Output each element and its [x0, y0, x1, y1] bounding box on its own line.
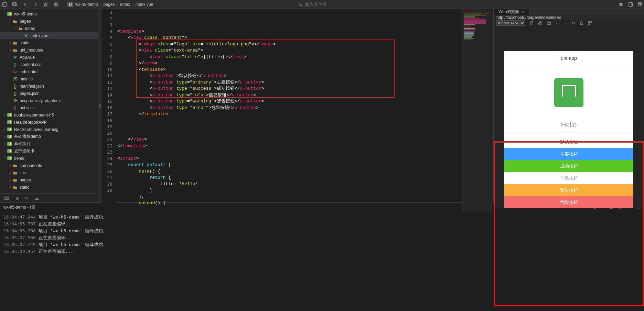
- folder-item[interactable]: ›pages: [0, 176, 98, 184]
- settings-icon[interactable]: [619, 2, 623, 7]
- project-item[interactable]: ›U基础项目: [0, 140, 98, 147]
- cloud-icon[interactable]: ☁: [35, 196, 39, 201]
- file-item[interactable]: {}iconfont.css: [0, 61, 98, 68]
- rotate-icon[interactable]: [529, 21, 534, 25]
- twisty-icon: ›: [8, 185, 12, 190]
- svg-rect-24: [591, 21, 592, 22]
- item-label: RedScarfLovesLearning: [14, 127, 96, 132]
- item-label: pages.json: [20, 91, 96, 96]
- refresh-icon[interactable]: ↻: [572, 21, 575, 25]
- breadcrumb-item[interactable]: pages: [104, 2, 115, 7]
- qrcode-icon[interactable]: [588, 21, 592, 25]
- chevron-right-icon: ›: [132, 2, 133, 7]
- project-item[interactable]: ˅Uwx-h5-demo: [0, 10, 98, 18]
- file-type-icon: [12, 163, 18, 168]
- item-label: demo: [14, 156, 96, 161]
- nav-forward-icon[interactable]: [33, 2, 38, 7]
- file-item[interactable]: JSmain.js: [0, 75, 98, 82]
- u-button-error[interactable]: 危险按钮: [504, 196, 633, 208]
- item-label: App.vue: [20, 55, 96, 60]
- file-type-icon: {}: [12, 91, 18, 96]
- svg-rect-15: [629, 2, 633, 6]
- svg-marker-4: [44, 2, 48, 6]
- project-item[interactable]: ›UHealthReportAPP: [0, 119, 98, 126]
- log-line: 16:04:53.708 项目 'wx-h5-demo' 编译成功。: [3, 227, 641, 234]
- file-item[interactable]: index.vue: [0, 32, 98, 39]
- sync-icon[interactable]: ⟳: [25, 196, 29, 201]
- svg-point-7: [299, 3, 301, 5]
- file-type-icon: U: [7, 12, 12, 16]
- window-icon[interactable]: [547, 21, 551, 25]
- file-tree[interactable]: ˅Uwx-h5-demo˅pages˅indexindex.vue›static…: [0, 9, 98, 193]
- file-item[interactable]: JSuni.promisify.adaptor.js: [0, 97, 98, 104]
- preview-tab-browser[interactable]: Web浏览器 ×: [494, 9, 529, 15]
- search-input[interactable]: [305, 2, 346, 7]
- log-line: 16:04:47.944 项目 'wx-h5-demo' 编译成功。: [3, 214, 641, 221]
- folder-item[interactable]: ˅index: [0, 25, 98, 32]
- twisty-icon: ›: [3, 113, 7, 118]
- svg-point-12: [620, 3, 621, 4]
- terminal-icon[interactable]: ⌨: [3, 196, 9, 201]
- svg-rect-0: [3, 2, 7, 6]
- arrow-right-icon[interactable]: →: [564, 21, 568, 25]
- twisty-icon: ›: [3, 149, 7, 154]
- u-button-default[interactable]: 默认按钮: [504, 136, 633, 148]
- run-icon[interactable]: [54, 2, 58, 7]
- console-output[interactable]: 16:04:47.944 项目 'wx-h5-demo' 编译成功。16:04:…: [0, 212, 644, 311]
- file-item[interactable]: {}uni.scss: [0, 104, 98, 111]
- lock-icon[interactable]: [579, 21, 584, 25]
- svg-point-13: [621, 4, 622, 5]
- item-label: uni.scss: [20, 105, 96, 110]
- editor-area: manifest.jsonApp.vue | wx-h5-demopages.j…: [101, 9, 493, 202]
- gear-icon[interactable]: [538, 21, 543, 25]
- file-type-icon: [12, 55, 18, 60]
- item-label: 底部选项卡: [14, 148, 96, 154]
- folder-item[interactable]: ˅pages: [0, 18, 98, 25]
- chevron-right-icon: ›: [100, 2, 101, 7]
- twisty-icon: ›: [3, 134, 7, 139]
- star-icon[interactable]: [43, 2, 48, 7]
- device-select[interactable]: iPhone 6/7/8: [496, 20, 525, 26]
- u-button-warning[interactable]: 警告按钮: [504, 184, 633, 196]
- u-button-primary[interactable]: 主要按钮: [504, 148, 633, 160]
- nav-back-icon[interactable]: [23, 2, 28, 7]
- folder-item[interactable]: ›components: [0, 162, 98, 169]
- code-editor[interactable]: 1234567891011121314151617181920212223242…: [101, 9, 493, 213]
- panel-right-icon[interactable]: [628, 2, 633, 7]
- file-item[interactable]: <>index.html: [0, 68, 98, 75]
- close-icon[interactable]: ×: [522, 10, 524, 14]
- file-item[interactable]: App.vue: [0, 54, 98, 61]
- folder-item[interactable]: ›static: [0, 39, 98, 46]
- code-content[interactable]: <template> <view class="content"> <image…: [116, 9, 462, 213]
- preview-button[interactable]: 预: [638, 1, 642, 7]
- breadcrumb-item[interactable]: index: [120, 2, 130, 7]
- file-item[interactable]: {}pages.json: [0, 90, 98, 97]
- item-label: uni_modules: [20, 48, 96, 53]
- bug-icon[interactable]: ⊕: [15, 196, 19, 201]
- url-input[interactable]: [496, 15, 641, 20]
- breadcrumb-item[interactable]: index.vue: [136, 2, 153, 7]
- project-item[interactable]: ›Udouban-apartment-h5: [0, 111, 98, 119]
- file-type-icon: U: [7, 149, 12, 153]
- arrow-left-icon[interactable]: ←: [555, 21, 559, 25]
- tab-label: Web浏览器: [498, 9, 519, 15]
- folder-item[interactable]: ›libs: [0, 169, 98, 176]
- project-item[interactable]: ›U底部选项卡: [0, 147, 98, 155]
- file-type-icon: [12, 41, 18, 45]
- file-item[interactable]: {}manifest.json: [0, 82, 98, 90]
- file-type-icon: [12, 48, 18, 53]
- project-item[interactable]: ˅Udemo: [0, 155, 98, 162]
- u-button-info[interactable]: 信息按钮: [504, 172, 633, 184]
- project-item[interactable]: ›U基础模块demo: [0, 133, 98, 140]
- save-all-icon[interactable]: [12, 2, 17, 7]
- project-item[interactable]: ›URedScarfLovesLearning: [0, 126, 98, 133]
- minimap[interactable]: [462, 9, 493, 213]
- panel-left-icon[interactable]: [2, 2, 7, 7]
- u-button-success[interactable]: 成功按钮: [504, 160, 633, 172]
- folder-item[interactable]: ›uni_modules: [0, 46, 98, 54]
- folder-item[interactable]: ›static: [0, 184, 98, 191]
- item-label: uni.promisify.adaptor.js: [20, 98, 96, 103]
- breadcrumb-item[interactable]: wx-h5-demo: [75, 2, 98, 7]
- item-label: main.js: [20, 77, 96, 81]
- sidebar-resize-handle[interactable]: ▯: [98, 9, 101, 202]
